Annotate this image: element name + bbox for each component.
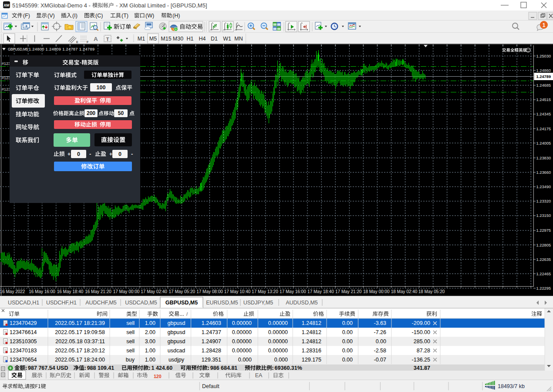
- svg-text:USDCHF,H1: USDCHF,H1: [46, 300, 77, 306]
- svg-text:87.28: 87.28: [417, 348, 430, 354]
- svg-text:0.000: 0.000: [274, 357, 288, 363]
- svg-text:0.00: 0.00: [342, 329, 353, 335]
- svg-text:16 May 16:00: 16 May 16:00: [29, 289, 55, 294]
- svg-text:1.22975: 1.22975: [536, 228, 551, 233]
- svg-text:1.23830: 1.23830: [536, 156, 551, 160]
- svg-text:usdcad: usdcad: [168, 348, 185, 354]
- svg-text:100: 100: [97, 84, 106, 91]
- svg-text:200: 200: [87, 110, 95, 116]
- svg-text:17 May 00:00: 17 May 00:00: [113, 289, 140, 294]
- svg-text:129.351: 129.351: [202, 357, 221, 363]
- svg-text:16 May 18:40: 16 May 18:40: [57, 289, 84, 294]
- svg-text:(V): (V): [47, 13, 55, 19]
- svg-text:1.23150: 1.23150: [536, 213, 551, 218]
- svg-text:2022.05.17 18:21:39: 2022.05.17 18:21:39: [55, 320, 105, 326]
- svg-text:17 May 10:40: 17 May 10:40: [224, 289, 251, 294]
- svg-text:USDJPY,M5: USDJPY,M5: [243, 300, 273, 306]
- svg-text:MN: MN: [234, 36, 243, 42]
- svg-text:2022.05.18 03:37:11: 2022.05.18 03:37:11: [55, 338, 105, 345]
- svg-text:16 May 21:20: 16 May 21:20: [85, 289, 111, 294]
- svg-text:H1: H1: [187, 36, 194, 42]
- svg-text:0.00000: 0.00000: [232, 338, 252, 345]
- svg-text:285.00: 285.00: [414, 338, 430, 345]
- svg-text:USDCAD,H1: USDCAD,H1: [8, 300, 39, 306]
- svg-text:1.24175: 1.24175: [536, 127, 551, 131]
- svg-text:1.24345: 1.24345: [536, 112, 551, 116]
- svg-text:0.00: 0.00: [342, 338, 353, 345]
- svg-text:T: T: [106, 37, 109, 42]
- svg-text:986 684.81: 986 684.81: [210, 365, 238, 371]
- svg-text:1.24737: 1.24737: [202, 329, 221, 335]
- svg-text:1.00: 1.00: [145, 348, 155, 354]
- svg-text:gbpusd: gbpusd: [167, 338, 185, 345]
- svg-text:123470183: 123470183: [10, 348, 37, 354]
- svg-text:50: 50: [118, 110, 124, 116]
- svg-text:-: -: [131, 151, 133, 157]
- svg-text:Default: Default: [202, 383, 219, 389]
- svg-text:0.00000: 0.00000: [232, 329, 252, 335]
- svg-text:0.00000: 0.00000: [268, 320, 288, 326]
- svg-text:1.24515: 1.24515: [536, 98, 551, 102]
- svg-text:1.24812: 1.24812: [302, 329, 321, 335]
- svg-text:0.00000: 0.00000: [268, 329, 288, 335]
- svg-text:18493/7 kb: 18493/7 kb: [498, 383, 525, 389]
- svg-text:(H): (H): [172, 13, 180, 19]
- svg-text:D1: D1: [211, 36, 218, 42]
- svg-text:123510305: 123510305: [10, 338, 37, 345]
- svg-text:1.24800 1.24809 1.24787 1.2478: 1.24800 1.24809 1.24787 1.24789: [29, 47, 94, 51]
- svg-text:987 767.54 USD: 987 767.54 USD: [28, 365, 68, 371]
- svg-text:0.00: 0.00: [342, 357, 353, 363]
- svg-text:0.00: 0.00: [342, 320, 353, 326]
- svg-text:18 May 05:20: 18 May 05:20: [418, 289, 445, 294]
- svg-text:51945599: XMGlobal-Demo 4 -: 51945599: XMGlobal-Demo 4 -: [12, 2, 91, 9]
- svg-text:120: 120: [154, 374, 162, 379]
- svg-text:18 May 00:00: 18 May 00:00: [363, 289, 390, 294]
- svg-text:GBPUSD,M5: GBPUSD,M5: [165, 300, 198, 306]
- svg-text:988 109.41: 988 109.41: [87, 365, 115, 371]
- svg-text:+: +: [109, 151, 112, 157]
- svg-text:1.22295: 1.22295: [536, 286, 551, 291]
- svg-text:-: -: [89, 151, 91, 157]
- svg-text:3.00: 3.00: [145, 338, 155, 345]
- svg-text:(F): (F): [23, 13, 30, 19]
- svg-text:17 May 02:40: 17 May 02:40: [141, 289, 167, 294]
- svg-text:0.00000: 0.00000: [268, 348, 288, 354]
- svg-text:1.24860: 1.24860: [536, 68, 551, 73]
- svg-text:gbpusd: gbpusd: [167, 320, 185, 326]
- svg-text:M15: M15: [161, 36, 171, 42]
- svg-text:-3.63: -3.63: [374, 320, 387, 326]
- svg-text:1.24005: 1.24005: [536, 141, 551, 145]
- svg-text:123470654: 123470654: [10, 357, 37, 363]
- svg-text:1 424.60: 1 424.60: [151, 365, 172, 371]
- svg-text:0.000: 0.000: [238, 357, 252, 363]
- svg-text:17 May 05:20: 17 May 05:20: [169, 289, 195, 294]
- svg-text:usdjpy: usdjpy: [169, 357, 185, 363]
- svg-text:17 May 08:00: 17 May 08:00: [196, 289, 223, 294]
- svg-text:sell: sell: [126, 329, 135, 335]
- svg-text:(W): (W): [145, 13, 154, 19]
- svg-text:sell: sell: [126, 338, 135, 345]
- svg-text:AUDUSD,M5: AUDUSD,M5: [286, 300, 318, 306]
- svg-text:sell: sell: [126, 348, 135, 354]
- svg-text:AUDCHF,M5: AUDCHF,M5: [85, 300, 117, 306]
- svg-text:17 May 21:20: 17 May 21:20: [335, 289, 362, 294]
- svg-text:0.00: 0.00: [376, 338, 386, 345]
- svg-text:2022.05.17 18:20:12: 2022.05.17 18:20:12: [55, 348, 105, 354]
- svg-text:H4: H4: [199, 36, 206, 42]
- svg-text:2.00: 2.00: [145, 329, 155, 335]
- svg-text:0: 0: [118, 151, 121, 157]
- svg-text:E: E: [76, 41, 78, 44]
- svg-text:1.24907: 1.24907: [202, 338, 221, 345]
- svg-text:0.00000: 0.00000: [268, 338, 288, 345]
- svg-text:XM: XM: [3, 3, 10, 7]
- svg-text:M5: M5: [149, 36, 157, 42]
- svg-text:1.22465: 1.22465: [536, 272, 551, 276]
- svg-text:1.00: 1.00: [145, 357, 155, 363]
- svg-text:-2.58: -2.58: [374, 348, 387, 354]
- svg-text:(C): (C): [95, 13, 103, 19]
- svg-text:1.22805: 1.22805: [536, 243, 551, 247]
- svg-text:sell: sell: [126, 320, 135, 326]
- svg-text:0.00000: 0.00000: [232, 320, 252, 326]
- svg-text:341.87: 341.87: [414, 365, 430, 371]
- svg-text:16 May 2022: 16 May 2022: [0, 289, 25, 294]
